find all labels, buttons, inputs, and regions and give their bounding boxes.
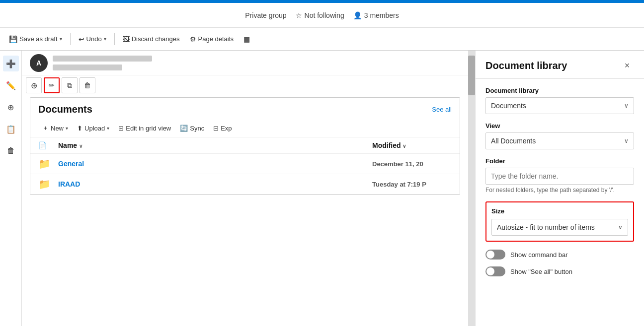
move-icon: ⊕ bbox=[31, 81, 37, 90]
sidebar-add-icon[interactable]: ➕ bbox=[3, 56, 19, 71]
file-type-icon: 📄 bbox=[38, 141, 47, 149]
table-row: 📁 IRAAD Tuesday at 7:19 P bbox=[30, 174, 460, 195]
page-details-label: Page details bbox=[198, 35, 234, 43]
grid-icon: ⊞ bbox=[118, 125, 124, 132]
new-button[interactable]: ＋ New ▾ bbox=[38, 121, 72, 135]
undo-icon: ↩ bbox=[79, 35, 84, 43]
show-command-bar-row: Show command bar bbox=[485, 250, 634, 260]
page-details-button[interactable]: ⚙ Page details bbox=[186, 33, 238, 46]
row-name-2: IRAAD bbox=[58, 180, 367, 188]
col-modified-header[interactable]: Modified ∨ bbox=[372, 141, 452, 149]
undo-label: Undo bbox=[86, 35, 102, 43]
upload-label: Upload bbox=[84, 125, 105, 132]
sidebar-edit-icon[interactable]: ✏️ bbox=[3, 77, 19, 93]
sync-button[interactable]: 🔄 Sync bbox=[176, 122, 208, 134]
doc-library-select[interactable]: Documents ∨ bbox=[485, 97, 634, 114]
folder-input[interactable] bbox=[485, 168, 634, 185]
save-as-draft-button[interactable]: 💾 Save as draft ▾ bbox=[5, 33, 66, 46]
doc-library-chevron-icon: ∨ bbox=[624, 102, 629, 109]
move-block-button[interactable]: ⊕ bbox=[26, 77, 42, 93]
blurred-subtitle bbox=[53, 65, 122, 70]
delete-icon: 🗑 bbox=[84, 81, 91, 89]
toolbar-divider-2 bbox=[114, 33, 115, 45]
doc-library-form-label: Document library bbox=[485, 87, 634, 94]
undo-dropdown-arrow[interactable]: ▾ bbox=[104, 36, 106, 42]
see-all-link[interactable]: See all bbox=[432, 106, 452, 113]
content-area: A ⊕ ✏ ⧉ 🗑 Documents bbox=[22, 51, 468, 326]
discard-changes-button[interactable]: 🖼 Discard changes bbox=[119, 33, 184, 46]
folder-form-label: Folder bbox=[485, 157, 634, 165]
folder-group: Folder For nested folders, type the path… bbox=[485, 157, 634, 194]
duplicate-icon: ⧉ bbox=[67, 81, 72, 90]
view-form-label: View bbox=[485, 122, 634, 130]
size-select[interactable]: Autosize - fit to number of items ∨ bbox=[491, 219, 628, 236]
new-label: New bbox=[51, 125, 64, 132]
toggle-knob-2 bbox=[486, 267, 494, 275]
table-header: 📄 Name ∨ Modified ∨ bbox=[30, 137, 460, 154]
name-sort-icon: ∨ bbox=[79, 143, 82, 149]
private-group-label: Private group bbox=[245, 11, 286, 19]
members-label: 3 members bbox=[364, 11, 399, 19]
upload-button[interactable]: ⬆ Upload ▾ bbox=[73, 122, 113, 134]
members-item[interactable]: 👤 3 members bbox=[353, 11, 399, 19]
edit-block-button[interactable]: ✏ bbox=[44, 77, 60, 93]
export-label: Exp bbox=[221, 125, 232, 132]
group-info: Private group ☆ Not following 👤 3 member… bbox=[245, 11, 399, 19]
modified-sort-icon: ∨ bbox=[402, 143, 406, 149]
table-row: 📁 General December 11, 20 bbox=[30, 154, 460, 174]
doc-library-header: Documents See all bbox=[30, 98, 460, 119]
export-icon: ⊟ bbox=[213, 125, 219, 132]
save-as-draft-label: Save as draft bbox=[19, 35, 58, 43]
layout-button[interactable]: ▦ bbox=[240, 33, 254, 46]
folder-hint: For nested folders, type the path separa… bbox=[485, 187, 634, 194]
view-select-value: All Documents bbox=[491, 137, 536, 145]
header-area: Private group ☆ Not following 👤 3 member… bbox=[0, 3, 644, 28]
edit-grid-label: Edit in grid view bbox=[126, 125, 171, 132]
block-controls: ⊕ ✏ ⧉ 🗑 bbox=[22, 75, 468, 95]
new-dropdown-arrow[interactable]: ▾ bbox=[66, 126, 68, 131]
undo-button[interactable]: ↩ Undo ▾ bbox=[75, 33, 110, 46]
row-icon-2: 📁 bbox=[38, 178, 53, 190]
discard-icon: 🖼 bbox=[123, 35, 130, 43]
avatar: A bbox=[30, 54, 48, 72]
edit-grid-button[interactable]: ⊞ Edit in grid view bbox=[114, 122, 175, 134]
show-command-bar-toggle[interactable] bbox=[485, 250, 505, 260]
plus-icon: ＋ bbox=[42, 124, 49, 132]
toolbar: 💾 Save as draft ▾ ↩ Undo ▾ 🖼 Discard cha… bbox=[0, 28, 644, 51]
right-panel-header: Document library × bbox=[476, 51, 644, 79]
modified-col-label: Modified bbox=[372, 141, 401, 149]
scroll-thumb[interactable] bbox=[468, 56, 475, 95]
size-chevron-icon: ∨ bbox=[618, 224, 623, 231]
show-see-all-toggle[interactable] bbox=[485, 266, 505, 276]
document-library-webpart: Documents See all ＋ New ▾ ⬆ Upload ▾ ⊞ E… bbox=[30, 97, 460, 195]
file-name-2[interactable]: IRAAD bbox=[58, 180, 80, 188]
sidebar-copy-icon[interactable]: 📋 bbox=[3, 121, 19, 137]
col-name-header[interactable]: Name ∨ bbox=[58, 141, 367, 149]
edit-icon: ✏ bbox=[49, 81, 55, 89]
right-panel-title: Document library bbox=[485, 60, 567, 71]
sync-icon: 🔄 bbox=[180, 125, 188, 132]
sidebar-trash-icon[interactable]: 🗑 bbox=[3, 143, 19, 159]
view-select[interactable]: All Documents ∨ bbox=[485, 132, 634, 149]
page-header: A bbox=[22, 51, 468, 75]
content-scrollbar[interactable] bbox=[468, 51, 475, 326]
show-see-all-row: Show "See all" button bbox=[485, 266, 634, 276]
view-chevron-icon: ∨ bbox=[624, 137, 629, 144]
sidebar-target-icon[interactable]: ⊕ bbox=[3, 99, 19, 115]
duplicate-block-button[interactable]: ⧉ bbox=[62, 77, 78, 93]
export-button[interactable]: ⊟ Exp bbox=[209, 122, 236, 134]
not-following-item[interactable]: ☆ Not following bbox=[296, 11, 344, 19]
save-dropdown-arrow[interactable]: ▾ bbox=[60, 36, 62, 42]
delete-block-button[interactable]: 🗑 bbox=[80, 77, 95, 93]
upload-dropdown-arrow[interactable]: ▾ bbox=[107, 126, 109, 131]
file-table: 📄 Name ∨ Modified ∨ 📁 bbox=[30, 137, 460, 195]
file-name-1[interactable]: General bbox=[58, 160, 84, 168]
size-group: Size Autosize - fit to number of items ∨ bbox=[485, 201, 634, 242]
document-library-group: Document library Documents ∨ bbox=[485, 87, 634, 114]
name-col-label: Name bbox=[58, 141, 77, 149]
row-modified-2: Tuesday at 7:19 P bbox=[372, 181, 452, 188]
close-panel-button[interactable]: × bbox=[620, 59, 634, 72]
right-panel-body: Document library Documents ∨ View All Do… bbox=[476, 79, 644, 326]
private-group-item: Private group bbox=[245, 11, 286, 19]
row-icon-1: 📁 bbox=[38, 158, 53, 170]
